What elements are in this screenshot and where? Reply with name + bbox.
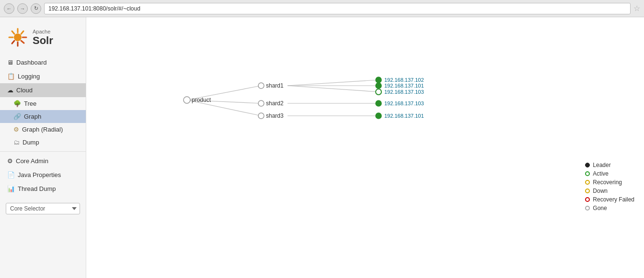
shard2-label: shard2 (266, 100, 284, 107)
tree-label: Tree (24, 100, 36, 107)
cloud-label: Cloud (16, 87, 33, 94)
graph-area: product shard1 shard2 shard3 192.168.137… (86, 17, 644, 261)
sidebar-item-thread-dump[interactable]: 📊 Thread Dump (0, 182, 86, 196)
sidebar-item-logging[interactable]: 📋 Logging (0, 69, 86, 83)
node-101-s1-label: 192.168.137.101 (384, 83, 424, 89)
legend-down: Down (585, 188, 634, 194)
sidebar-item-graph[interactable]: 🔗 Graph (0, 110, 86, 123)
core-selector[interactable]: Core Selector (6, 203, 80, 214)
dashboard-icon: 🖥 (7, 59, 13, 66)
svg-line-12 (288, 80, 379, 86)
down-dot (585, 189, 590, 193)
legend-recovering: Recovering (585, 179, 634, 186)
svg-line-14 (288, 86, 379, 92)
recovery-failed-label: Recovery Failed (593, 196, 634, 203)
refresh-button[interactable]: ↻ (31, 3, 41, 14)
recovery-failed-dot (585, 197, 590, 202)
recovering-dot (585, 180, 590, 185)
tree-icon: 🌳 (13, 100, 21, 107)
product-label: product (192, 97, 211, 103)
node-101-s3[interactable] (376, 113, 381, 119)
leader-label: Leader (593, 162, 610, 168)
back-button[interactable]: ← (4, 3, 14, 14)
cloud-icon: ☁ (7, 87, 13, 94)
address-bar[interactable] (44, 3, 631, 14)
logging-label: Logging (18, 73, 40, 80)
legend-recovery-failed: Recovery Failed (585, 196, 634, 203)
node-102-s1-label: 192.168.137.102 (384, 77, 424, 83)
logging-icon: 📋 (7, 73, 15, 80)
browser-bar: ← → ↻ ☆ (0, 0, 644, 17)
sidebar-item-core-admin[interactable]: ⚙ Core Admin (0, 154, 86, 168)
leader-dot (585, 163, 590, 167)
sidebar: Apache Solr 🖥 Dashboard 📋 Logging ☁ Clou… (0, 17, 86, 278)
legend-leader: Leader (585, 162, 634, 168)
gone-dot (585, 206, 590, 211)
svg-point-8 (14, 33, 22, 41)
main-content: product shard1 shard2 shard3 192.168.137… (86, 17, 644, 278)
app-container: Apache Solr 🖥 Dashboard 📋 Logging ☁ Clou… (0, 17, 644, 278)
graph-icon: 🔗 (13, 113, 21, 120)
forward-button[interactable]: → (17, 3, 28, 14)
core-admin-label: Core Admin (16, 157, 48, 165)
legend: Leader Active Recovering Down Recovery F… (585, 162, 634, 213)
svg-line-5 (12, 41, 14, 44)
java-properties-icon: 📄 (7, 171, 15, 178)
graph-radial-label: Graph (Radial) (22, 126, 63, 133)
node-102-s1[interactable] (376, 77, 381, 83)
dump-icon: 🗂 (13, 139, 20, 146)
core-admin-icon: ⚙ (7, 157, 13, 165)
active-dot (585, 171, 590, 176)
node-103-s2[interactable] (376, 100, 381, 106)
shard1-node[interactable] (258, 83, 264, 89)
node-103-s2-label: 192.168.137.103 (384, 100, 424, 106)
graph-label: Graph (24, 113, 41, 120)
logo-area: Apache Solr (0, 22, 86, 56)
recovering-label: Recovering (593, 179, 622, 186)
gone-label: Gone (593, 205, 607, 211)
legend-active: Active (585, 170, 634, 177)
sidebar-item-dashboard[interactable]: 🖥 Dashboard (0, 56, 86, 69)
legend-gone: Gone (585, 205, 634, 211)
down-label: Down (593, 188, 608, 194)
node-103-s1[interactable] (376, 89, 381, 95)
node-101-s3-label: 192.168.137.101 (384, 113, 424, 119)
sidebar-item-cloud[interactable]: ☁ Cloud (0, 83, 86, 97)
node-103-s1-label: 192.168.137.103 (384, 89, 424, 95)
logo-text: Apache Solr (33, 29, 53, 47)
sidebar-item-java-properties[interactable]: 📄 Java Properties (0, 168, 86, 182)
thread-dump-icon: 📊 (7, 185, 15, 192)
shard3-node[interactable] (258, 113, 264, 119)
sidebar-item-dump[interactable]: 🗂 Dump (0, 136, 86, 149)
dump-label: Dump (23, 139, 39, 146)
svg-line-3 (21, 41, 24, 43)
core-selector-wrap: Core Selector (0, 198, 86, 219)
sidebar-item-tree[interactable]: 🌳 Tree (0, 97, 86, 110)
graph-svg: product shard1 shard2 shard3 192.168.137… (86, 17, 644, 261)
shard1-label: shard1 (266, 82, 284, 89)
java-properties-label: Java Properties (18, 171, 61, 178)
product-node[interactable] (184, 97, 190, 103)
logo-apache-text: Apache (33, 29, 53, 34)
svg-line-1 (21, 31, 23, 34)
graph-radial-icon: ⚙ (13, 126, 19, 133)
node-101-s1[interactable] (376, 83, 381, 89)
sidebar-item-graph-radial[interactable]: ⚙ Graph (Radial) (0, 123, 86, 136)
bookmark-icon[interactable]: ☆ (633, 4, 640, 13)
logo-solr-text: Solr (33, 34, 53, 47)
thread-dump-label: Thread Dump (18, 185, 56, 192)
shard3-label: shard3 (266, 112, 284, 119)
shard2-node[interactable] (258, 100, 264, 106)
solr-logo-icon (7, 27, 29, 48)
dashboard-label: Dashboard (16, 59, 47, 66)
active-label: Active (593, 170, 609, 177)
svg-line-7 (12, 31, 14, 34)
